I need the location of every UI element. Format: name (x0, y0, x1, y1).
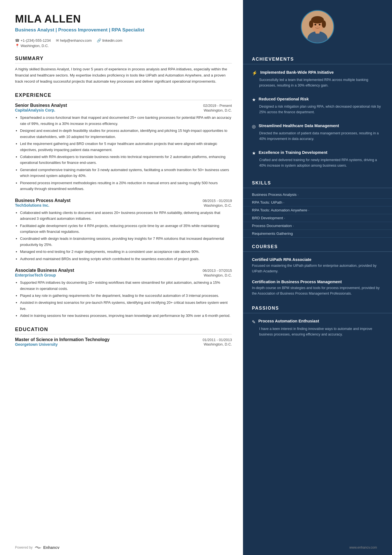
job-dates-1: 02/2019 - Present (203, 103, 232, 108)
resume-container: MILA ALLEN Business Analyst | Process Im… (0, 0, 392, 555)
skill-item-3: RPA Tools: Automation Anywhere · (243, 206, 392, 214)
course-item-1: Certified UiPath RPA Associate Focused o… (243, 255, 392, 277)
job-company-2: TechSolutions Inc. (15, 203, 49, 208)
job-bullets-2: Collaborated with banking clients to doc… (15, 210, 232, 262)
bullet-item: Collaborated with RPA developers to tran… (20, 154, 232, 166)
education-section: EDUCATION Master of Science in Informati… (15, 327, 232, 347)
bullet-item: Facilitated agile development cycles for… (20, 223, 232, 235)
photo-area (243, 0, 392, 50)
course-item-2: Certification in Business Process Manage… (243, 277, 392, 299)
bullet-item: Coordinated with design leads in brainst… (20, 236, 232, 248)
email-value: help@enhancv.com (60, 38, 92, 43)
achievement-title-1: Implemented Bank-Wide RPA Initiative (260, 70, 334, 75)
candidate-title: Business Analyst | Process Improvement |… (15, 27, 232, 33)
enhancv-logo-svg (34, 545, 42, 550)
location-row: 📍 Washington, D.C. (15, 44, 232, 48)
phone-icon: ☎ (15, 38, 19, 43)
achievement-header-1: ⚡ Implemented Bank-Wide RPA Initiative (252, 70, 383, 76)
courses-title: COURSES (243, 244, 392, 252)
achievement-item-4: ★ Excellence in Training Development Cra… (243, 147, 392, 174)
job-bullets-1: Spearheaded a cross-functional team that… (15, 115, 232, 192)
bullet-item: Led the requirement gathering and BRD cr… (20, 141, 232, 153)
passion-title-1: Process Automation Enthusiast (258, 319, 319, 323)
enhancv-logo: Enhancv (34, 545, 59, 550)
achievement-icon-2: ★ (252, 97, 256, 102)
bullet-item: Pioneered process improvement methodolog… (20, 180, 232, 192)
job-entry-1: Senior Business Analyst 02/2019 - Presen… (15, 103, 232, 192)
experience-title: EXPERIENCE (15, 92, 232, 100)
job-entry-3: Associate Business Analyst 06/2013 - 07/… (15, 268, 232, 319)
contact-row: ☎ +1-(234)-555-1234 ✉ help@enhancv.com 🔗… (15, 38, 232, 43)
passions-title: PASSIONS (243, 306, 392, 313)
svg-point-7 (314, 24, 316, 26)
powered-by-text: Powered by (15, 546, 33, 549)
achievement-title-3: Streamlined Healthcare Data Management (259, 123, 339, 129)
footer-logo: Powered by Enhancv (15, 545, 59, 550)
svg-point-8 (319, 24, 321, 26)
bullet-item: Collaborated with banking clients to doc… (20, 210, 232, 222)
left-column: MILA ALLEN Business Analyst | Process Im… (0, 0, 243, 555)
passion-item-1: ✎ Process Automation Enthusiast I have a… (243, 316, 392, 340)
achievement-icon-3: ◎ (252, 124, 256, 129)
job-dates-2: 08/2015 - 01/2019 (203, 199, 232, 203)
edu-location-1: Washington, D.C. (204, 342, 232, 347)
phone-item: ☎ +1-(234)-555-1234 (15, 38, 51, 43)
achievement-header-3: ◎ Streamlined Healthcare Data Management (252, 123, 383, 129)
skills-section: SKILLS Business Process Analysis · RPA T… (243, 181, 392, 238)
achievement-desc-4: Crafted and delivered training for newly… (259, 157, 383, 168)
job-location-1: Washington, D.C. (204, 108, 232, 112)
svg-point-5 (309, 20, 313, 28)
passion-icon-1: ✎ (252, 319, 255, 325)
job-company-row-3: EnterpriseTech Group Washington, D.C. (15, 273, 232, 277)
email-icon: ✉ (56, 38, 59, 43)
job-entry-2: Business Process Analyst 08/2015 - 01/20… (15, 198, 232, 262)
job-dates-3: 06/2013 - 07/2015 (203, 268, 232, 273)
bullet-item: Played a key role in gathering requireme… (20, 293, 232, 299)
location-icon: 📍 (15, 44, 19, 48)
edu-degree-1: Master of Science in Information Technol… (15, 337, 110, 342)
summary-text: A highly skilled Business Analyst, I bri… (15, 66, 232, 85)
edu-header-1: Master of Science in Information Technol… (15, 337, 232, 342)
course-title-1: Certified UiPath RPA Associate (252, 257, 383, 262)
skill-item-6: Requirements Gathering (243, 230, 392, 238)
course-title-2: Certification in Business Process Manage… (252, 280, 383, 284)
passion-header-1: ✎ Process Automation Enthusiast (252, 319, 383, 325)
passion-desc-1: I have a keen interest in finding innova… (259, 326, 383, 337)
achievement-header-4: ★ Excellence in Training Development (252, 150, 383, 156)
skill-item-4: BRD Development · (243, 214, 392, 222)
location-value: Washington, D.C. (21, 44, 49, 48)
job-title-3: Associate Business Analyst (15, 268, 74, 273)
achievement-item-1: ⚡ Implemented Bank-Wide RPA Initiative S… (243, 67, 392, 94)
skills-title: SKILLS (243, 181, 392, 188)
achievement-header-2: ★ Reduced Operational Risk (252, 97, 383, 102)
course-desc-2: In-depth course on BPM strategies and to… (252, 285, 383, 296)
job-bullets-3: Supported RPA initiatives by documenting… (15, 280, 232, 319)
phone-value: +1-(234)-555-1234 (21, 38, 51, 43)
svg-point-6 (322, 20, 326, 28)
bullet-item: Aided in training sessions for new busin… (20, 313, 232, 319)
bullet-item: Managed end-to-end testing for 2 major d… (20, 249, 232, 255)
footer: Powered by Enhancv www.enhancv.com (0, 545, 392, 550)
footer-website: www.enhancv.com (349, 546, 377, 549)
course-desc-1: Focused on mastering the UiPath platform… (252, 263, 383, 274)
email-item: ✉ help@enhancv.com (56, 38, 92, 43)
achievement-title-4: Excellence in Training Development (259, 150, 327, 155)
skill-item-2: RPA Tools: UiPath · (243, 199, 392, 206)
website-value: linkedin.com (102, 38, 122, 43)
link-icon: 🔗 (97, 38, 101, 43)
achievement-icon-1: ⚡ (252, 70, 257, 76)
summary-title: SUMMARY (15, 56, 232, 63)
right-column: ACHIEVEMENTS ⚡ Implemented Bank-Wide RPA… (243, 0, 392, 555)
bullet-item: Assisted in developing test scenarios fo… (20, 300, 232, 312)
website-item: 🔗 linkedin.com (97, 38, 122, 43)
achievement-icon-4: ★ (252, 151, 256, 156)
achievements-title: ACHIEVEMENTS (243, 57, 392, 64)
job-header-3: Associate Business Analyst 06/2013 - 07/… (15, 268, 232, 273)
edu-school-row-1: Georgetown University Washington, D.C. (15, 342, 232, 347)
edu-school-1: Georgetown University (15, 342, 58, 347)
job-company-1: CapitalAnalysis Corp. (15, 108, 55, 112)
job-title-1: Senior Business Analyst (15, 103, 67, 108)
job-company-row-1: CapitalAnalysis Corp. Washington, D.C. (15, 108, 232, 112)
summary-section: SUMMARY A highly skilled Business Analys… (15, 56, 232, 85)
courses-section: COURSES Certified UiPath RPA Associate F… (243, 244, 392, 299)
